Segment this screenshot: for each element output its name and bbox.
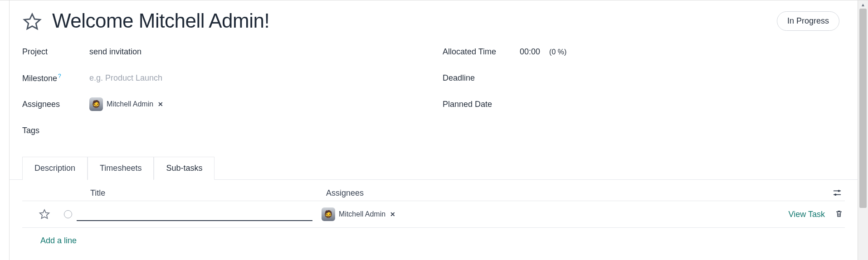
subtask-assignee-chip[interactable]: 🧔 Mitchell Admin ✕ [322,207,395,221]
tab-subtasks[interactable]: Sub-tasks [154,157,215,180]
view-task-link[interactable]: View Task [789,210,825,219]
row-actions: View Task [789,210,843,219]
status-badge[interactable]: In Progress [777,11,839,31]
svg-point-3 [834,193,837,196]
milestone-label: Milestone? [22,73,89,83]
tab-description[interactable]: Description [22,157,88,180]
planned-date-field[interactable]: Planned Date [443,95,845,114]
left-fields: Project send invitation Milestone? e.g. … [22,42,424,147]
subtask-row[interactable]: 🧔 Mitchell Admin ✕ View Task [22,201,845,227]
allocated-time-pct: (0 %) [549,48,566,56]
subtask-header: Title Assignees [22,180,845,201]
allocated-time-field[interactable]: Allocated Time 00:00 (0 %) [443,42,845,61]
trash-icon[interactable] [835,210,843,219]
tabs: Description Timesheets Sub-tasks [10,156,858,180]
project-label: Project [22,47,89,57]
subtask-assignee-name: Mitchell Admin [339,210,385,218]
close-icon[interactable]: ✕ [158,101,163,108]
favorite-star-icon[interactable] [22,12,42,32]
deadline-field[interactable]: Deadline [443,68,845,87]
row-status-dot[interactable] [64,210,72,218]
subtask-col-assignees: Assignees [326,188,364,198]
deadline-label: Deadline [443,73,520,83]
scroll-up-icon[interactable]: ▲ [858,0,868,9]
settings-icon[interactable] [832,188,842,198]
field-grid: Project send invitation Milestone? e.g. … [22,42,845,147]
viewport: Welcome Mitchell Admin! In Progress Proj… [0,0,868,260]
add-line-link[interactable]: Add a line [22,227,845,251]
help-icon[interactable]: ? [58,73,61,79]
subtask-assignee-cell[interactable]: 🧔 Mitchell Admin ✕ [322,207,395,221]
subtask-col-title: Title [90,188,326,198]
avatar: 🧔 [322,207,335,221]
scrollbar-thumb[interactable] [859,9,867,208]
tags-label: Tags [22,126,89,135]
assignee-chip[interactable]: 🧔 Mitchell Admin ✕ [89,97,163,111]
title-left: Welcome Mitchell Admin! [22,10,269,32]
milestone-field[interactable]: Milestone? e.g. Product Launch [22,68,424,87]
assignee-name: Mitchell Admin [107,100,153,108]
allocated-time-label: Allocated Time [443,47,520,57]
right-fields: Allocated Time 00:00 (0 %) Deadline Plan… [443,42,845,147]
scrollbar-track[interactable]: ▲ [858,0,868,260]
tab-timesheets[interactable]: Timesheets [88,157,154,180]
subtask-title-input[interactable] [77,207,312,221]
title-row: Welcome Mitchell Admin! In Progress [22,10,845,32]
planned-date-label: Planned Date [443,100,520,109]
task-form: Welcome Mitchell Admin! In Progress Proj… [9,0,858,260]
task-title[interactable]: Welcome Mitchell Admin! [52,10,269,32]
project-value[interactable]: send invitation [89,47,141,57]
project-field[interactable]: Project send invitation [22,42,424,61]
avatar: 🧔 [89,97,103,111]
assignees-label: Assignees [22,100,89,109]
assignees-field[interactable]: Assignees 🧔 Mitchell Admin ✕ [22,95,424,114]
svg-point-1 [838,190,840,192]
allocated-time-value[interactable]: 00:00 [520,47,540,57]
tags-field[interactable]: Tags [22,121,424,140]
row-star-icon[interactable] [39,208,50,220]
milestone-placeholder[interactable]: e.g. Product Launch [89,73,162,83]
close-icon[interactable]: ✕ [390,211,395,218]
